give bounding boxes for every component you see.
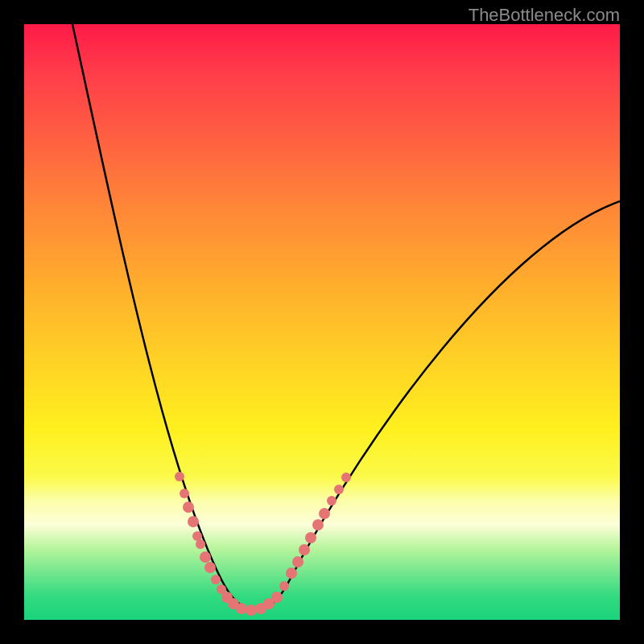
data-marker <box>236 603 247 614</box>
data-marker <box>246 605 257 616</box>
data-marker <box>292 556 303 568</box>
data-marker <box>305 532 316 543</box>
data-marker <box>341 473 351 482</box>
data-marker <box>175 472 184 481</box>
data-marker <box>279 581 289 591</box>
data-markers <box>175 472 351 616</box>
data-marker <box>188 516 199 527</box>
data-marker <box>183 502 194 513</box>
data-marker <box>327 496 336 506</box>
data-marker <box>204 562 216 573</box>
chart-plot-area <box>24 24 620 620</box>
data-marker <box>211 575 221 584</box>
data-marker <box>299 544 310 555</box>
bottleneck-curve <box>72 24 620 610</box>
data-marker <box>312 519 324 530</box>
data-marker <box>200 551 211 563</box>
chart-svg <box>24 24 620 620</box>
data-marker <box>286 568 297 579</box>
data-marker <box>319 508 330 519</box>
data-marker <box>180 489 189 498</box>
data-marker <box>196 539 205 549</box>
watermark-text: TheBottleneck.com <box>469 5 620 26</box>
data-marker <box>334 485 344 494</box>
data-marker <box>271 592 283 603</box>
